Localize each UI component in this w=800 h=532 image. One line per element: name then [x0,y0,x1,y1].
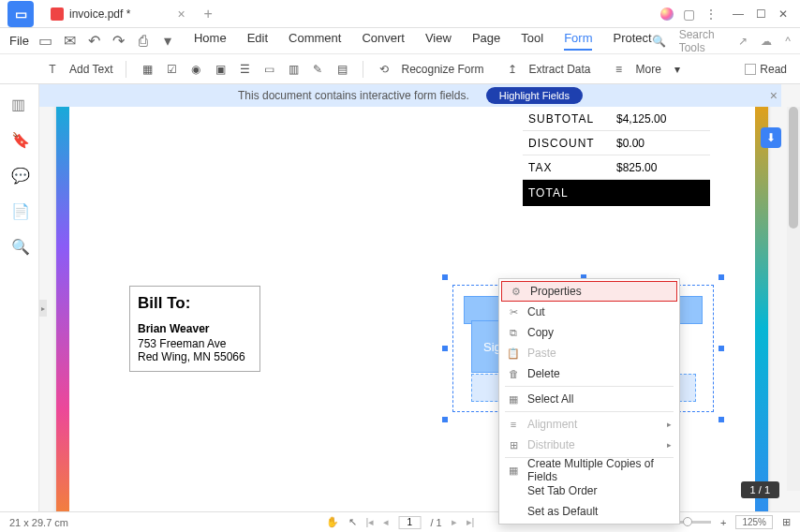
thumbnails-icon[interactable]: ▥ [11,96,28,112]
close-window-button[interactable]: ✕ [772,3,794,25]
menu-cut[interactable]: ✂Cut [499,302,679,322]
extract-data-button[interactable]: Extract Data [529,63,591,76]
radio-icon[interactable]: ◉ [188,62,203,77]
file-menu[interactable]: File [9,34,29,48]
discount-value: $0.00 [616,137,691,150]
menu-paste: 📋Paste [499,343,679,363]
tab-edit[interactable]: Edit [247,31,268,51]
textfield-icon[interactable]: ▦ [140,62,155,77]
tax-row: TAX $825.00 [523,155,710,180]
delete-icon: 🗑 [507,367,520,380]
tab-tool[interactable]: Tool [521,31,543,51]
total-row: TOTAL [523,180,710,206]
new-tab-button[interactable]: + [204,6,213,22]
tab-view[interactable]: View [425,31,452,51]
paste-icon: 📋 [507,347,520,360]
resize-handle[interactable] [718,345,725,352]
comments-icon[interactable]: 💬 [11,167,28,184]
text-tool-icon[interactable]: T [45,62,60,77]
tab-home[interactable]: Home [194,31,227,51]
dropdown-icon[interactable]: ▣ [213,62,228,77]
menu-copy[interactable]: ⧉Copy [499,322,679,343]
bill-to-heading: Bill To: [138,294,252,313]
submenu-arrow-icon: ▸ [667,420,672,429]
resize-handle[interactable] [441,345,449,352]
resize-handle[interactable] [718,416,725,423]
image-field-icon[interactable]: ▥ [286,62,301,77]
minimize-button[interactable]: — [727,3,749,25]
close-notice-icon[interactable]: × [770,88,778,103]
copies-icon: ▦ [507,464,520,477]
search-icon[interactable]: 🔍 [652,35,666,48]
date-field-icon[interactable]: ▤ [334,62,349,77]
menu-create-copies[interactable]: ▦Create Multiple Copies of Fields [499,460,679,480]
menu-set-default[interactable]: Set as Default [499,501,679,522]
read-checkbox[interactable] [745,64,756,75]
close-tab-icon[interactable]: × [177,7,185,22]
zoom-value[interactable]: 125% [735,515,773,529]
undo-icon[interactable]: ↶ [87,34,102,49]
discount-label: DISCOUNT [523,137,616,150]
print-dropdown-icon[interactable]: ▾ [160,34,175,49]
search-placeholder[interactable]: Search Tools [679,28,726,54]
tab-comment[interactable]: Comment [289,31,341,51]
checkbox-icon[interactable]: ☑ [164,62,179,77]
redo-icon[interactable]: ↷ [111,34,126,49]
tab-page[interactable]: Page [472,31,500,51]
tab-protect[interactable]: Protect [613,31,651,51]
menu-select-all[interactable]: ▦Select All [499,389,679,409]
more-dropdown-icon[interactable]: ▾ [674,63,680,76]
profile-icon[interactable] [660,7,674,21]
zoom-in-icon[interactable]: + [720,517,726,528]
search-panel-icon[interactable]: 🔍 [11,238,28,255]
fit-page-icon[interactable]: ⊞ [782,516,791,528]
select-tool-icon[interactable]: ↖ [348,516,357,528]
open-icon[interactable]: ▭ [38,34,53,49]
resize-handle[interactable] [441,273,449,281]
maximize-button[interactable]: ☐ [749,3,772,25]
tax-label: TAX [523,161,616,174]
resize-handle[interactable] [441,416,449,423]
menu-properties[interactable]: ⚙Properties [501,281,677,302]
tax-value: $825.00 [616,161,691,174]
extract-icon: ↥ [505,62,520,77]
download-float-button[interactable]: ⬇ [761,127,781,148]
attachments-icon[interactable]: 📄 [11,202,28,219]
first-page-icon[interactable]: |◂ [366,516,375,528]
tab-convert[interactable]: Convert [362,31,405,51]
page-indicator: 1 / 1 [741,481,779,498]
document-tab[interactable]: invoice.pdf * × [41,2,195,26]
next-page-icon[interactable]: ▸ [452,516,457,528]
more-icon: ≡ [612,62,627,77]
button-field-icon[interactable]: ▭ [261,62,276,77]
scroll-thumb[interactable] [789,107,798,229]
zoom-thumb[interactable] [683,517,692,526]
print-icon[interactable]: ⎙ [136,34,151,49]
distribute-icon: ⊞ [507,438,520,451]
submenu-arrow-icon: ▸ [667,440,672,450]
recognize-form-button[interactable]: Recognize Form [401,63,483,76]
notification-icon[interactable]: ▢ [683,7,695,22]
prev-page-icon[interactable]: ◂ [383,516,389,528]
subtotal-row: SUBTOTAL $4,125.00 [523,107,710,131]
collapse-ribbon-icon[interactable]: ^ [785,35,791,48]
bill-to-addr2: Red Wing, MN 55066 [138,350,252,363]
menu-set-tab-order[interactable]: Set Tab Order [499,480,679,501]
page-input[interactable] [398,516,421,529]
listbox-icon[interactable]: ☰ [237,62,252,77]
resize-handle[interactable] [718,273,725,281]
bill-to-box: Bill To: Brian Weaver 753 Freeman Ave Re… [129,286,260,372]
signature-field-icon[interactable]: ✎ [310,62,325,77]
save-icon[interactable]: ✉ [63,34,78,49]
more-button[interactable]: More [636,63,661,76]
hand-tool-icon[interactable]: ✋ [326,516,339,528]
highlight-fields-button[interactable]: Highlight Fields [486,87,583,104]
last-page-icon[interactable]: ▸| [467,516,475,528]
share-icon[interactable]: ↗ [738,35,748,48]
cloud-icon[interactable]: ☁ [761,35,772,48]
menu-delete[interactable]: 🗑Delete [499,363,679,384]
kebab-menu-icon[interactable]: ⋮ [704,7,718,22]
add-text-button[interactable]: Add Text [69,63,112,76]
tab-form[interactable]: Form [564,31,592,51]
bookmarks-icon[interactable]: 🔖 [11,131,28,148]
